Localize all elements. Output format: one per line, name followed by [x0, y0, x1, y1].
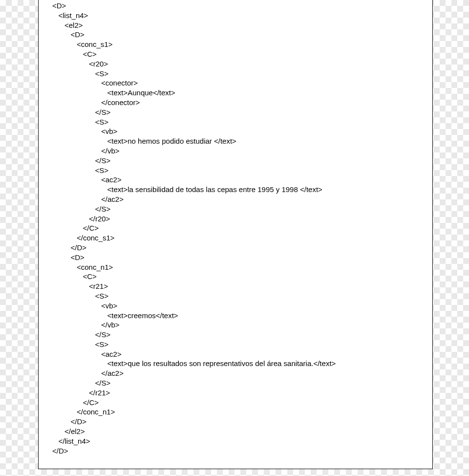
code-line: <D>	[52, 1, 432, 11]
code-line: <text>creemos</text>	[52, 311, 432, 321]
xml-code-block: <D> <list_n4> <el2> <D> <conc_s1> <C> <r…	[52, 1, 432, 455]
code-line: </ac2>	[52, 195, 432, 204]
code-line: </C>	[52, 398, 432, 408]
code-line: <r21>	[52, 281, 432, 291]
code-line: <el2>	[52, 21, 432, 30]
code-line: <vb>	[52, 301, 432, 311]
code-line: </D>	[52, 243, 432, 253]
code-line: </conc_s1>	[52, 233, 432, 243]
code-line: </conector>	[52, 98, 432, 108]
code-line: <text>Aunque</text>	[52, 88, 432, 98]
code-line: </D>	[52, 417, 432, 427]
code-line: <conc_n1>	[52, 262, 432, 272]
code-line: </S>	[52, 204, 432, 214]
code-line: <C>	[52, 49, 432, 59]
code-line: </vb>	[52, 320, 432, 330]
code-line: <C>	[52, 272, 432, 281]
code-line: </S>	[52, 108, 432, 117]
code-line: <ac2>	[52, 349, 432, 359]
code-line: <text>que los resultados son representat…	[52, 359, 432, 368]
code-line: <S>	[52, 166, 432, 175]
code-line: </conc_n1>	[52, 407, 432, 417]
code-line: <S>	[52, 291, 432, 301]
code-line: </vb>	[52, 146, 432, 156]
code-line: </S>	[52, 156, 432, 166]
code-line: </S>	[52, 378, 432, 388]
code-line: <r20>	[52, 59, 432, 69]
code-line: </C>	[52, 223, 432, 233]
code-line: <conc_s1>	[52, 40, 432, 49]
code-line: <S>	[52, 117, 432, 127]
xml-code-panel: <D> <list_n4> <el2> <D> <conc_s1> <C> <r…	[38, 0, 433, 469]
code-line: </D>	[52, 446, 432, 456]
code-line: <S>	[52, 69, 432, 79]
code-line: <list_n4>	[52, 11, 432, 21]
code-line: </r20>	[52, 214, 432, 224]
code-line: <ac2>	[52, 175, 432, 185]
code-line: </ac2>	[52, 368, 432, 378]
code-line: </el2>	[52, 427, 432, 436]
code-line: <S>	[52, 340, 432, 349]
code-line: </list_n4>	[52, 436, 432, 446]
code-line: <vb>	[52, 127, 432, 136]
code-line: <D>	[52, 253, 432, 262]
code-line: <text>la sensibilidad de todas las cepas…	[52, 185, 432, 195]
code-line: <D>	[52, 30, 432, 40]
code-line: <conector>	[52, 78, 432, 88]
code-line: <text>no hemos podido estudiar </text>	[52, 136, 432, 146]
code-line: </r21>	[52, 388, 432, 398]
code-line: </S>	[52, 330, 432, 340]
